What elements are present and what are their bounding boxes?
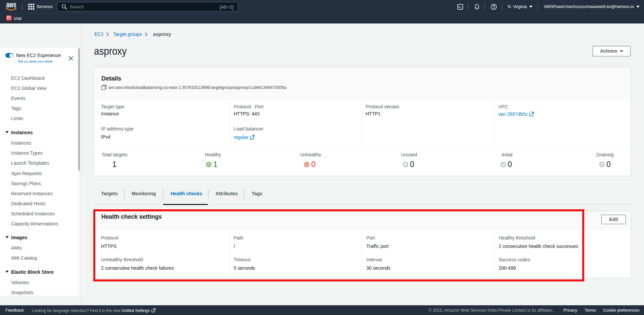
svg-text:aws: aws [6, 1, 16, 9]
